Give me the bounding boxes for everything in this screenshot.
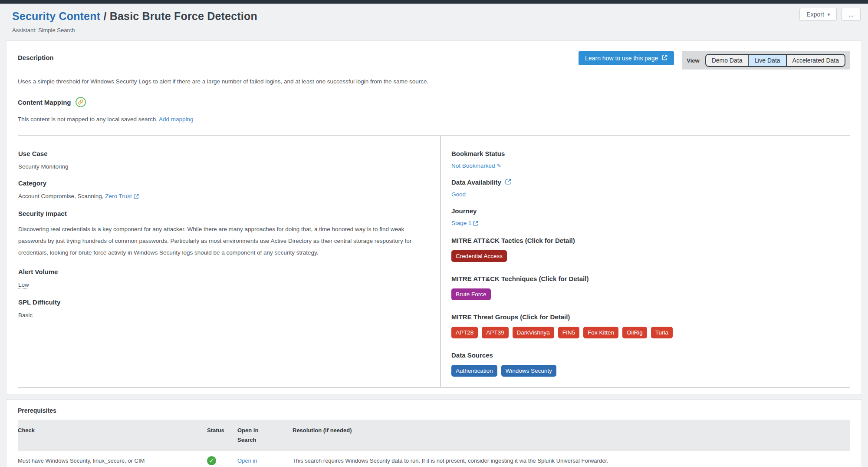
mitre-techniques-badges: Brute Force bbox=[451, 288, 845, 304]
use-case-value: Security Monitoring bbox=[18, 163, 427, 170]
export-button-label: Export bbox=[806, 11, 824, 18]
chevron-down-icon: ▾ bbox=[828, 12, 830, 17]
threat-group-badge-fox-kitten[interactable]: Fox Kitten bbox=[583, 327, 618, 338]
prerequisite-resolution-text: This search requires Windows Security da… bbox=[293, 451, 850, 467]
view-option-accelerated-data[interactable]: Accelerated Data bbox=[787, 55, 845, 66]
data-source-badges: AuthenticationWindows Security bbox=[451, 365, 845, 380]
view-option-live-data[interactable]: Live Data bbox=[749, 55, 786, 66]
spl-difficulty-value: Basic bbox=[18, 312, 427, 318]
learn-how-label: Learn how to use this page bbox=[585, 55, 658, 62]
threat-group-badge-apt39[interactable]: APT39 bbox=[482, 327, 508, 338]
category-value-text: Account Compromise, Scanning, bbox=[18, 193, 104, 199]
bookmark-status-heading: Bookmark Status bbox=[451, 150, 845, 157]
threat-group-badge-fin5[interactable]: FIN5 bbox=[558, 327, 579, 338]
app-top-bar bbox=[0, 0, 868, 4]
security-impact-heading: Security Impact bbox=[18, 210, 427, 217]
use-case-heading: Use Case bbox=[18, 150, 427, 157]
breadcrumb: Security Content / Basic Brute Force Det… bbox=[12, 10, 856, 23]
content-card: Description Learn how to use this page V… bbox=[6, 40, 862, 395]
threat-group-badge-darkvishnya[interactable]: DarkVishnya bbox=[513, 327, 554, 338]
assistant-subtitle: Assistant: Simple Search bbox=[12, 27, 856, 33]
breadcrumb-security-content-link[interactable]: Security Content bbox=[12, 10, 100, 22]
content-mapping-heading: Content Mapping bbox=[18, 99, 71, 106]
spl-difficulty-heading: SPL Difficulty bbox=[18, 298, 427, 306]
journey-heading: Journey bbox=[451, 207, 845, 215]
external-link-icon bbox=[662, 55, 667, 62]
data-availability-value-link[interactable]: Good bbox=[451, 191, 466, 198]
detail-box: Use Case Security Monitoring Category Ac… bbox=[18, 136, 850, 388]
view-label: View bbox=[687, 57, 699, 64]
category-heading: Category bbox=[18, 179, 427, 187]
data-availability-heading: Data Availability bbox=[451, 179, 501, 186]
tactic-badge-credential-access[interactable]: Credential Access bbox=[451, 250, 507, 262]
data-source-badge-authentication[interactable]: Authentication bbox=[451, 365, 497, 377]
view-option-demo-data[interactable]: Demo Data bbox=[706, 55, 749, 66]
export-button[interactable]: Export ▾ bbox=[799, 8, 837, 21]
alert-volume-heading: Alert Volume bbox=[18, 268, 427, 275]
mitre-techniques-heading: MITRE ATT&CK Techniques (Click for Detai… bbox=[451, 275, 845, 282]
pencil-icon[interactable]: ✎ bbox=[496, 162, 501, 169]
mitre-tactics-heading: MITRE ATT&CK Tactics (Click for Detail) bbox=[451, 237, 845, 244]
view-toggle-strip: View Demo DataLive DataAccelerated Data bbox=[682, 51, 850, 70]
security-impact-text: Discovering real credentials is a key co… bbox=[18, 223, 427, 258]
column-header-check: Check bbox=[18, 420, 207, 451]
status-success-check-icon: ✓ bbox=[207, 456, 216, 465]
description-heading: Description bbox=[18, 51, 54, 61]
column-header-status: Status bbox=[207, 420, 237, 451]
prerequisites-heading: Prerequisites bbox=[18, 400, 850, 414]
learn-how-button[interactable]: Learn how to use this page bbox=[579, 51, 674, 65]
prerequisite-row: Must have Windows Security, linux_secure… bbox=[18, 451, 850, 467]
column-header-open-in-search: Open in Search bbox=[237, 426, 265, 445]
content-mapping-link-icon[interactable] bbox=[76, 97, 86, 107]
external-link-icon[interactable] bbox=[473, 221, 478, 227]
bookmark-status-value: Not Bookmarked bbox=[451, 162, 495, 169]
detail-right-column: Bookmark Status Not Bookmarked ✎ Data Av… bbox=[441, 136, 850, 387]
data-sources-heading: Data Sources bbox=[451, 351, 845, 359]
view-toggle-group: Demo DataLive DataAccelerated Data bbox=[705, 54, 845, 67]
add-mapping-link[interactable]: Add mapping bbox=[159, 116, 194, 123]
prerequisites-table: Check Status Open in Search Resolution (… bbox=[18, 420, 850, 467]
zero-trust-link[interactable]: Zero Trust bbox=[105, 193, 132, 199]
prerequisite-check-text: Must have Windows Security, linux_secure… bbox=[18, 456, 148, 467]
data-source-badge-windows-security[interactable]: Windows Security bbox=[501, 365, 556, 377]
threat-group-badge-oilrig[interactable]: OilRig bbox=[622, 327, 647, 338]
more-options-button[interactable]: ... bbox=[842, 8, 861, 21]
bookmark-status-link[interactable]: Not Bookmarked ✎ bbox=[451, 162, 501, 169]
alert-volume-value: Low bbox=[18, 282, 29, 289]
mitre-threat-groups-heading: MITRE Threat Groups (Click for Detail) bbox=[451, 313, 845, 321]
breadcrumb-separator: / bbox=[103, 10, 106, 22]
description-text: Uses a simple threshold for Windows Secu… bbox=[18, 78, 850, 85]
external-link-icon[interactable] bbox=[134, 194, 139, 200]
prerequisites-header-row: Check Status Open in Search Resolution (… bbox=[18, 420, 850, 451]
mitre-threat-group-badges: APT28APT39DarkVishnyaFIN5Fox KittenOilRi… bbox=[451, 327, 845, 342]
column-header-resolution: Resolution (if needed) bbox=[293, 420, 850, 451]
page-title: Basic Brute Force Detection bbox=[110, 10, 257, 22]
journey-stage-link[interactable]: Stage 1 bbox=[451, 220, 472, 226]
ellipsis-icon: ... bbox=[848, 11, 854, 18]
content-mapping-text: This content is not mapped to any local … bbox=[18, 116, 158, 123]
prerequisites-card: Prerequisites Check Status Open in Searc… bbox=[6, 399, 862, 467]
threat-group-badge-turla[interactable]: Turla bbox=[651, 327, 673, 338]
external-link-icon[interactable] bbox=[505, 179, 511, 186]
threat-group-badge-apt28[interactable]: APT28 bbox=[451, 327, 478, 338]
open-in-search-link[interactable]: Open in Search bbox=[237, 456, 265, 467]
technique-badge-brute-force[interactable]: Brute Force bbox=[451, 288, 491, 300]
detail-left-column: Use Case Security Monitoring Category Ac… bbox=[18, 136, 441, 387]
category-value: Account Compromise, Scanning, Zero Trust bbox=[18, 193, 427, 200]
header-actions: Export ▾ ... bbox=[799, 8, 861, 21]
mitre-tactics-badges: Credential Access bbox=[451, 250, 845, 265]
page-header: Security Content / Basic Brute Force Det… bbox=[0, 4, 868, 40]
